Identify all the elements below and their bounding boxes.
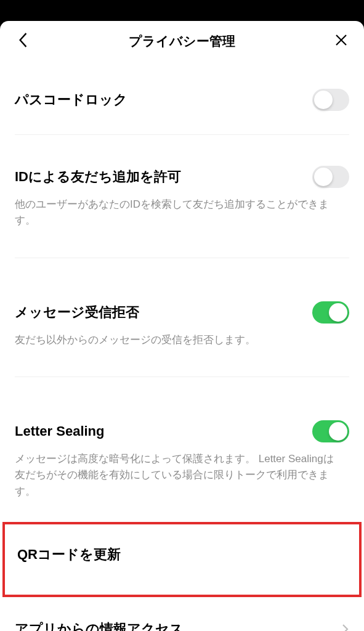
block-messages-toggle[interactable]: [312, 301, 349, 324]
row-description: 他のユーザーがあなたのIDを検索して友だち追加することができます。: [15, 190, 349, 229]
chevron-left-icon: [18, 32, 28, 51]
row-qr-refresh[interactable]: QRコードを更新: [2, 522, 362, 597]
passcode-toggle[interactable]: [312, 89, 349, 111]
settings-sheet: プライバシー管理 パスコードロック IDによる友だち追加を許可 他のユーザーがあ…: [0, 21, 364, 631]
row-letter-sealing: Letter Sealing メッセージは高度な暗号化によって保護されます。 L…: [0, 418, 364, 500]
allow-add-by-id-toggle[interactable]: [312, 166, 349, 188]
header: プライバシー管理: [0, 21, 364, 63]
row-description: メッセージは高度な暗号化によって保護されます。 Letter Sealingは友…: [15, 445, 349, 500]
row-label: IDによる友だち追加を許可: [15, 168, 181, 186]
letter-sealing-toggle[interactable]: [312, 420, 349, 442]
back-button[interactable]: [14, 32, 32, 51]
page-title: プライバシー管理: [129, 33, 235, 50]
row-label: パスコードロック: [15, 91, 127, 109]
row-block-messages: メッセージ受信拒否 友だち以外からのメッセージの受信を拒否します。: [0, 299, 364, 348]
row-label: メッセージ受信拒否: [15, 303, 139, 322]
chevron-right-icon: [341, 623, 349, 631]
row-allow-add-by-id: IDによる友だち追加を許可 他のユーザーがあなたのIDを検索して友だち追加するこ…: [0, 163, 364, 229]
row-description: 友だち以外からのメッセージの受信を拒否します。: [15, 326, 349, 348]
settings-list: パスコードロック IDによる友だち追加を許可 他のユーザーがあなたのIDを検索し…: [0, 63, 364, 631]
row-label: QRコードを更新: [17, 545, 347, 564]
row-label: Letter Sealing: [15, 423, 104, 439]
row-app-info-access[interactable]: アプリからの情報アクセス あなたを友だちに追加している人が、外部アプリに自身の友…: [0, 616, 364, 631]
row-passcode-lock: パスコードロック: [0, 86, 364, 113]
close-icon: [334, 33, 348, 49]
close-button[interactable]: [332, 32, 350, 51]
row-label: アプリからの情報アクセス: [15, 620, 184, 631]
